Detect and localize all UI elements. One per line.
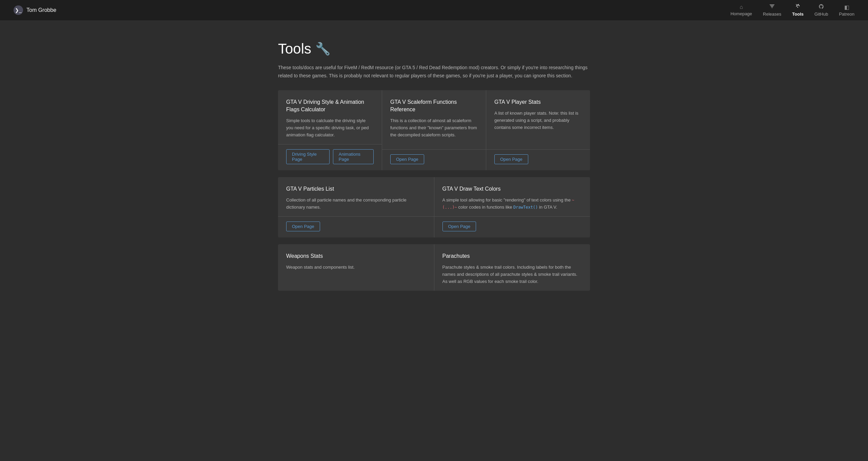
card-player-stats-footer: Open Page xyxy=(486,149,590,170)
brand-icon: ❯_ xyxy=(14,5,23,15)
draw-text-after: in GTA V. xyxy=(538,205,557,210)
card-weapons-stats-body: Weapons Stats Weapon stats and component… xyxy=(278,244,434,291)
nav-link-releases[interactable]: Releases xyxy=(763,4,781,17)
page-title: Tools 🔧 xyxy=(278,41,590,57)
draw-text-before: A simple tool allowing for basic "render… xyxy=(442,197,572,203)
card-weapons-stats-title: Weapons Stats xyxy=(286,252,426,260)
card-scaleform-body: GTA V Scaleform Functions Reference This… xyxy=(382,90,486,149)
animations-page-button[interactable]: Animations Page xyxy=(333,149,374,164)
card-scaleform-text: This is a collection of almost all scale… xyxy=(390,117,478,138)
main-content: Tools 🔧 These tools/docs are useful for … xyxy=(264,20,604,325)
draw-text-code-blue: DrawText() xyxy=(513,205,538,210)
nav-links: ⌂ Homepage Releases Tools GitHub ◧ xyxy=(730,4,854,17)
card-driving-style-body: GTA V Driving Style & Animation Flags Ca… xyxy=(278,90,382,144)
card-scaleform: GTA V Scaleform Functions Reference This… xyxy=(382,90,486,170)
card-draw-text-text: A simple tool allowing for basic "render… xyxy=(442,197,582,211)
card-driving-style-footer: Driving Style Page Animations Page xyxy=(278,144,382,170)
nav-link-github-label: GitHub xyxy=(814,12,828,17)
card-weapons-stats: Weapons Stats Weapon stats and component… xyxy=(278,244,434,291)
nav-link-tools[interactable]: Tools xyxy=(792,4,804,17)
card-particles-title: GTA V Particles List xyxy=(286,185,426,193)
card-particles-body: GTA V Particles List Collection of all p… xyxy=(278,177,434,216)
page-title-text: Tools xyxy=(278,41,311,57)
card-parachutes-title: Parachutes xyxy=(442,252,582,260)
driving-style-page-button[interactable]: Driving Style Page xyxy=(286,149,330,164)
nav-link-patreon[interactable]: ◧ Patreon xyxy=(839,4,854,17)
releases-icon xyxy=(769,4,775,11)
nav-link-homepage[interactable]: ⌂ Homepage xyxy=(730,4,752,16)
card-particles-text: Collection of all particle names and the… xyxy=(286,197,426,211)
card-player-stats: GTA V Player Stats A list of known playe… xyxy=(486,90,590,170)
nav-link-github[interactable]: GitHub xyxy=(814,4,828,17)
card-draw-text: GTA V Draw Text Colors A simple tool all… xyxy=(434,177,590,237)
card-particles: GTA V Particles List Collection of all p… xyxy=(278,177,434,237)
patreon-icon: ◧ xyxy=(844,4,849,11)
nav-link-releases-label: Releases xyxy=(763,12,781,17)
card-driving-style-text: Simple tools to calcluate the driving st… xyxy=(286,117,374,138)
brand-name: Tom Grobbe xyxy=(26,7,56,13)
card-parachutes-text: Parachute styles & smoke trail colors. I… xyxy=(442,264,582,285)
page-header: Tools 🔧 These tools/docs are useful for … xyxy=(278,41,590,80)
card-driving-style: GTA V Driving Style & Animation Flags Ca… xyxy=(278,90,382,170)
card-scaleform-footer: Open Page xyxy=(382,149,486,170)
tools-icon xyxy=(795,4,801,11)
nav-link-patreon-label: Patreon xyxy=(839,12,854,17)
card-draw-text-footer: Open Page xyxy=(434,216,590,237)
card-draw-text-body: GTA V Draw Text Colors A simple tool all… xyxy=(434,177,590,216)
card-parachutes: Parachutes Parachute styles & smoke trai… xyxy=(434,244,590,291)
player-stats-open-button[interactable]: Open Page xyxy=(494,154,528,164)
navbar: ❯_ Tom Grobbe ⌂ Homepage Releases Tools xyxy=(0,0,868,20)
brand: ❯_ Tom Grobbe xyxy=(14,5,56,15)
card-row-3: Weapons Stats Weapon stats and component… xyxy=(278,244,590,291)
card-row-2: GTA V Particles List Collection of all p… xyxy=(278,177,590,237)
nav-link-homepage-label: Homepage xyxy=(730,11,752,16)
card-scaleform-title: GTA V Scaleform Functions Reference xyxy=(390,98,478,114)
nav-link-tools-label: Tools xyxy=(792,12,804,17)
card-player-stats-body: GTA V Player Stats A list of known playe… xyxy=(486,90,590,149)
scaleform-open-button[interactable]: Open Page xyxy=(390,154,424,164)
card-driving-style-title: GTA V Driving Style & Animation Flags Ca… xyxy=(286,98,374,114)
github-icon xyxy=(818,4,824,11)
card-draw-text-title: GTA V Draw Text Colors xyxy=(442,185,582,193)
card-parachutes-body: Parachutes Parachute styles & smoke trai… xyxy=(434,244,590,291)
draw-text-middle: color codes in functions like xyxy=(457,205,513,210)
draw-text-open-button[interactable]: Open Page xyxy=(442,222,476,231)
card-player-stats-title: GTA V Player Stats xyxy=(494,98,582,106)
card-weapons-stats-text: Weapon stats and components list. xyxy=(286,264,426,271)
card-row-1: GTA V Driving Style & Animation Flags Ca… xyxy=(278,90,590,170)
particles-open-button[interactable]: Open Page xyxy=(286,222,320,231)
card-particles-footer: Open Page xyxy=(278,216,434,237)
page-description: These tools/docs are useful for FiveM / … xyxy=(278,64,590,80)
card-player-stats-text: A list of known player stats. Note: this… xyxy=(494,110,582,131)
page-title-icon: 🔧 xyxy=(315,42,331,56)
home-icon: ⌂ xyxy=(739,4,743,10)
